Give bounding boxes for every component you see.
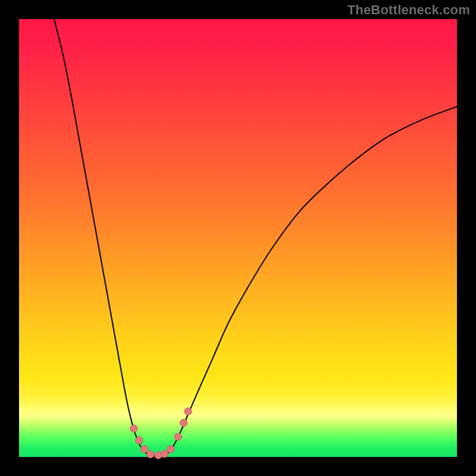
chart-container: TheBottleneck.com	[0, 0, 476, 476]
bottleneck-curve	[19, 19, 457, 457]
valley-marker	[174, 433, 181, 440]
valley-marker	[180, 419, 187, 426]
valley-marker	[167, 446, 174, 453]
watermark-text: TheBottleneck.com	[347, 2, 470, 18]
curve-path	[54, 19, 457, 456]
valley-marker	[130, 425, 137, 432]
valley-marker	[140, 446, 148, 453]
valley-marker-group	[130, 408, 192, 459]
valley-marker	[184, 408, 192, 415]
valley-marker	[147, 450, 154, 458]
valley-marker	[161, 450, 168, 458]
valley-marker	[136, 437, 143, 444]
plot-area	[19, 19, 457, 457]
